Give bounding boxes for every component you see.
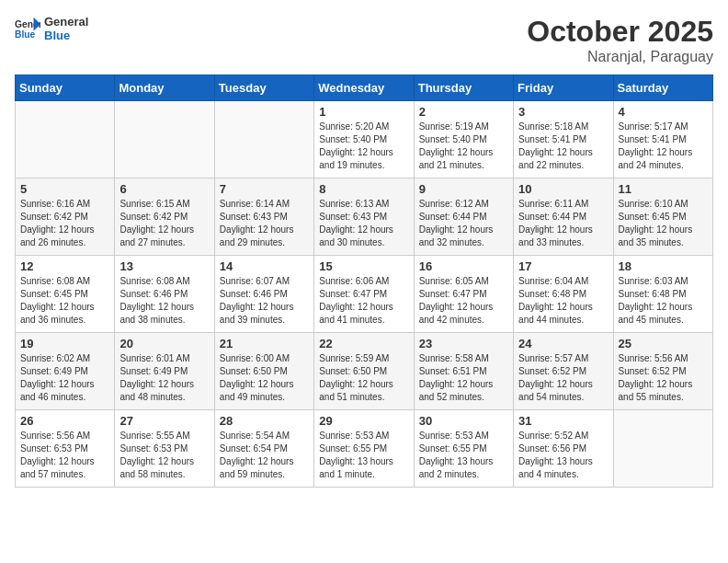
day-number: 28 bbox=[220, 414, 309, 428]
calendar-cell: 28Sunrise: 5:54 AM Sunset: 6:54 PM Dayli… bbox=[214, 410, 313, 488]
day-info: Sunrise: 5:56 AM Sunset: 6:53 PM Dayligh… bbox=[20, 430, 109, 481]
day-number: 19 bbox=[20, 337, 109, 350]
calendar-cell: 23Sunrise: 5:58 AM Sunset: 6:51 PM Dayli… bbox=[414, 333, 513, 410]
weekday-header-sunday: Sunday bbox=[16, 75, 115, 101]
day-info: Sunrise: 6:10 AM Sunset: 6:45 PM Dayligh… bbox=[619, 198, 708, 249]
day-info: Sunrise: 6:13 AM Sunset: 6:43 PM Dayligh… bbox=[319, 198, 408, 249]
calendar-cell: 10Sunrise: 6:11 AM Sunset: 6:44 PM Dayli… bbox=[514, 178, 613, 256]
day-number: 8 bbox=[319, 182, 408, 196]
month-title: October 2025 bbox=[527, 15, 713, 49]
day-number: 26 bbox=[20, 414, 109, 428]
weekday-header-monday: Monday bbox=[115, 75, 214, 101]
day-number: 31 bbox=[518, 414, 608, 428]
calendar-cell: 18Sunrise: 6:03 AM Sunset: 6:48 PM Dayli… bbox=[613, 256, 712, 333]
calendar-cell: 11Sunrise: 6:10 AM Sunset: 6:45 PM Dayli… bbox=[613, 178, 712, 256]
calendar-cell: 8Sunrise: 6:13 AM Sunset: 6:43 PM Daylig… bbox=[314, 178, 414, 256]
calendar-cell: 29Sunrise: 5:53 AM Sunset: 6:55 PM Dayli… bbox=[314, 410, 414, 488]
calendar-cell: 25Sunrise: 5:56 AM Sunset: 6:52 PM Dayli… bbox=[613, 333, 712, 410]
weekday-header-saturday: Saturday bbox=[613, 75, 712, 101]
calendar-cell: 31Sunrise: 5:52 AM Sunset: 6:56 PM Dayli… bbox=[514, 410, 613, 488]
page-header: General Blue General Blue October 2025 N… bbox=[15, 15, 713, 65]
day-number: 4 bbox=[619, 105, 708, 119]
day-info: Sunrise: 6:15 AM Sunset: 6:42 PM Dayligh… bbox=[119, 198, 209, 249]
calendar-cell: 27Sunrise: 5:55 AM Sunset: 6:53 PM Dayli… bbox=[115, 410, 214, 488]
calendar-cell: 22Sunrise: 5:59 AM Sunset: 6:50 PM Dayli… bbox=[314, 333, 414, 410]
day-number: 17 bbox=[518, 259, 608, 273]
day-info: Sunrise: 5:17 AM Sunset: 5:41 PM Dayligh… bbox=[619, 121, 708, 172]
calendar-cell: 19Sunrise: 6:02 AM Sunset: 6:49 PM Dayli… bbox=[16, 333, 115, 410]
calendar-week-4: 19Sunrise: 6:02 AM Sunset: 6:49 PM Dayli… bbox=[16, 333, 713, 410]
calendar-cell: 1Sunrise: 5:20 AM Sunset: 5:40 PM Daylig… bbox=[314, 101, 414, 178]
calendar-cell: 16Sunrise: 6:05 AM Sunset: 6:47 PM Dayli… bbox=[414, 256, 513, 333]
calendar-cell: 15Sunrise: 6:06 AM Sunset: 6:47 PM Dayli… bbox=[314, 256, 414, 333]
day-number: 21 bbox=[220, 337, 309, 350]
day-number: 1 bbox=[319, 105, 408, 119]
weekday-header-wednesday: Wednesday bbox=[314, 75, 414, 101]
logo-general: General bbox=[44, 15, 88, 29]
day-info: Sunrise: 5:19 AM Sunset: 5:40 PM Dayligh… bbox=[419, 121, 508, 172]
day-info: Sunrise: 5:58 AM Sunset: 6:51 PM Dayligh… bbox=[419, 352, 508, 404]
calendar-week-3: 12Sunrise: 6:08 AM Sunset: 6:45 PM Dayli… bbox=[16, 256, 713, 333]
day-number: 23 bbox=[419, 337, 508, 350]
day-info: Sunrise: 5:20 AM Sunset: 5:40 PM Dayligh… bbox=[319, 121, 408, 172]
calendar-table: SundayMondayTuesdayWednesdayThursdayFrid… bbox=[15, 75, 713, 488]
day-info: Sunrise: 6:01 AM Sunset: 6:49 PM Dayligh… bbox=[119, 352, 209, 404]
day-number: 2 bbox=[419, 105, 508, 119]
calendar-cell: 9Sunrise: 6:12 AM Sunset: 6:44 PM Daylig… bbox=[414, 178, 513, 256]
day-info: Sunrise: 6:02 AM Sunset: 6:49 PM Dayligh… bbox=[20, 352, 109, 404]
calendar-cell: 5Sunrise: 6:16 AM Sunset: 6:42 PM Daylig… bbox=[16, 178, 115, 256]
day-number: 30 bbox=[419, 414, 508, 428]
day-number: 11 bbox=[619, 182, 708, 196]
calendar-cell bbox=[613, 410, 712, 488]
day-info: Sunrise: 6:14 AM Sunset: 6:43 PM Dayligh… bbox=[220, 198, 309, 249]
weekday-header-friday: Friday bbox=[514, 75, 613, 101]
day-info: Sunrise: 6:05 AM Sunset: 6:47 PM Dayligh… bbox=[419, 275, 508, 327]
day-number: 6 bbox=[119, 182, 209, 196]
day-info: Sunrise: 5:52 AM Sunset: 6:56 PM Dayligh… bbox=[518, 430, 608, 481]
day-number: 16 bbox=[419, 259, 508, 273]
day-number: 25 bbox=[619, 337, 708, 350]
day-number: 3 bbox=[518, 105, 608, 119]
calendar-cell: 26Sunrise: 5:56 AM Sunset: 6:53 PM Dayli… bbox=[16, 410, 115, 488]
day-info: Sunrise: 6:03 AM Sunset: 6:48 PM Dayligh… bbox=[619, 275, 708, 327]
location-subtitle: Naranjal, Paraguay bbox=[527, 49, 713, 65]
calendar-week-2: 5Sunrise: 6:16 AM Sunset: 6:42 PM Daylig… bbox=[16, 178, 713, 256]
day-info: Sunrise: 6:08 AM Sunset: 6:45 PM Dayligh… bbox=[20, 275, 109, 327]
calendar-cell: 4Sunrise: 5:17 AM Sunset: 5:41 PM Daylig… bbox=[613, 101, 712, 178]
day-info: Sunrise: 5:59 AM Sunset: 6:50 PM Dayligh… bbox=[319, 352, 408, 404]
calendar-cell bbox=[214, 101, 313, 178]
logo: General Blue General Blue bbox=[15, 15, 88, 42]
calendar-cell: 12Sunrise: 6:08 AM Sunset: 6:45 PM Dayli… bbox=[16, 256, 115, 333]
weekday-header-tuesday: Tuesday bbox=[214, 75, 313, 101]
weekday-header-thursday: Thursday bbox=[414, 75, 513, 101]
calendar-cell: 17Sunrise: 6:04 AM Sunset: 6:48 PM Dayli… bbox=[514, 256, 613, 333]
day-number: 13 bbox=[119, 259, 209, 273]
day-info: Sunrise: 5:56 AM Sunset: 6:52 PM Dayligh… bbox=[619, 352, 708, 404]
day-info: Sunrise: 6:08 AM Sunset: 6:46 PM Dayligh… bbox=[119, 275, 209, 327]
calendar-week-5: 26Sunrise: 5:56 AM Sunset: 6:53 PM Dayli… bbox=[16, 410, 713, 488]
day-number: 7 bbox=[220, 182, 309, 196]
day-info: Sunrise: 6:07 AM Sunset: 6:46 PM Dayligh… bbox=[220, 275, 309, 327]
calendar-cell: 14Sunrise: 6:07 AM Sunset: 6:46 PM Dayli… bbox=[214, 256, 313, 333]
day-info: Sunrise: 6:12 AM Sunset: 6:44 PM Dayligh… bbox=[419, 198, 508, 249]
day-number: 27 bbox=[119, 414, 209, 428]
day-number: 22 bbox=[319, 337, 408, 350]
title-block: October 2025 Naranjal, Paraguay bbox=[527, 15, 713, 65]
logo-blue: Blue bbox=[44, 29, 88, 42]
day-info: Sunrise: 5:55 AM Sunset: 6:53 PM Dayligh… bbox=[119, 430, 209, 481]
calendar-cell: 3Sunrise: 5:18 AM Sunset: 5:41 PM Daylig… bbox=[514, 101, 613, 178]
day-number: 20 bbox=[119, 337, 209, 350]
calendar-cell: 13Sunrise: 6:08 AM Sunset: 6:46 PM Dayli… bbox=[115, 256, 214, 333]
day-info: Sunrise: 5:53 AM Sunset: 6:55 PM Dayligh… bbox=[319, 430, 408, 481]
calendar-cell: 20Sunrise: 6:01 AM Sunset: 6:49 PM Dayli… bbox=[115, 333, 214, 410]
day-info: Sunrise: 5:18 AM Sunset: 5:41 PM Dayligh… bbox=[518, 121, 608, 172]
day-number: 5 bbox=[20, 182, 109, 196]
day-number: 29 bbox=[319, 414, 408, 428]
calendar-cell: 30Sunrise: 5:53 AM Sunset: 6:55 PM Dayli… bbox=[414, 410, 513, 488]
day-info: Sunrise: 6:00 AM Sunset: 6:50 PM Dayligh… bbox=[220, 352, 309, 404]
weekday-header-row: SundayMondayTuesdayWednesdayThursdayFrid… bbox=[16, 75, 713, 101]
day-info: Sunrise: 5:57 AM Sunset: 6:52 PM Dayligh… bbox=[518, 352, 608, 404]
calendar-week-1: 1Sunrise: 5:20 AM Sunset: 5:40 PM Daylig… bbox=[16, 101, 713, 178]
day-number: 9 bbox=[419, 182, 508, 196]
logo-icon: General Blue bbox=[15, 16, 40, 41]
